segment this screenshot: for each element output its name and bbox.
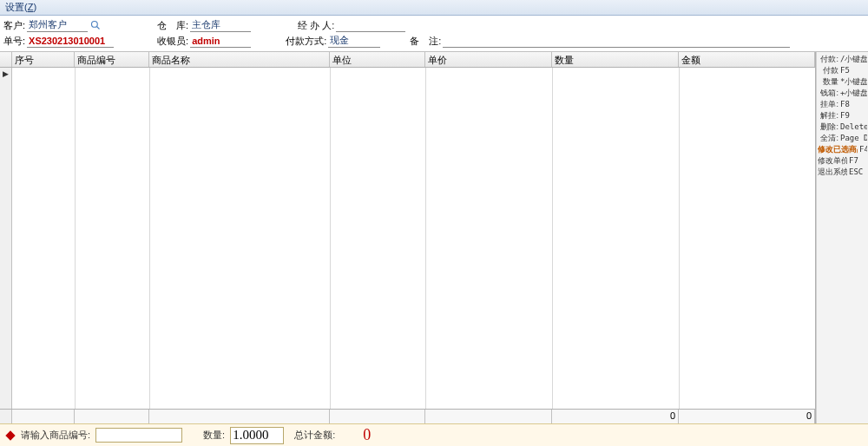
customer-input[interactable] <box>27 19 88 32</box>
row-indicator: ▶ <box>0 68 12 409</box>
code-prompt: 请输入商品编号: <box>21 429 90 442</box>
grid-body[interactable]: ▶ <box>0 68 815 409</box>
grid-header: 序号 商品编号 商品名称 单位 单价 数量 金额 <box>0 52 815 68</box>
grid-footer: 0 0 <box>0 409 815 423</box>
data-grid[interactable]: 序号 商品编号 商品名称 单位 单价 数量 金额 ▶ <box>0 52 816 423</box>
customer-label: 客户: <box>3 19 25 32</box>
product-code-input[interactable] <box>95 428 182 443</box>
menubar: 设置(Z) <box>0 0 868 16</box>
total-value: 0 <box>363 426 371 444</box>
qty-label: 数量: <box>203 429 225 442</box>
search-icon[interactable] <box>89 19 102 31</box>
shortcut-row: 修改已选商品数量F4 <box>818 144 867 155</box>
qty-input[interactable] <box>230 427 284 444</box>
menu-settings[interactable]: 设置(Z) <box>5 1 36 14</box>
paytype-label: 付款方式: <box>286 35 326 48</box>
col-code[interactable]: 商品编号 <box>75 52 149 67</box>
remark-input[interactable] <box>443 35 790 48</box>
cashier-input <box>190 35 251 48</box>
shortcut-row: 付款:/小键盘 <box>818 54 867 65</box>
grid-cells[interactable] <box>12 68 815 409</box>
col-seq[interactable]: 序号 <box>12 52 75 67</box>
shortcut-row: 删除:Delete <box>818 121 867 133</box>
warehouse-label: 仓 库: <box>157 19 188 32</box>
form-panel: 客户: 仓 库: 经 办 人: 单号: 收银员: 付款方式: 备 注: <box>0 16 868 52</box>
col-unit[interactable]: 单位 <box>330 52 425 67</box>
bottom-bar: 请输入商品编号: 数量: 总计金额: 0 <box>0 423 868 446</box>
shortcut-row: 修改单价:F7 <box>818 155 867 167</box>
diamond-icon <box>5 430 15 440</box>
warehouse-input[interactable] <box>190 19 251 32</box>
footer-qty-total: 0 <box>552 410 679 423</box>
footer-amount-total: 0 <box>679 410 815 423</box>
svg-point-0 <box>92 22 98 28</box>
handler-label: 经 办 人: <box>298 19 334 32</box>
shortcut-panel: 付款:/小键盘 付款F5 数量*小键盘 钱箱:+小键盘 挂单:F8 解挂:F9 … <box>816 52 868 423</box>
col-name[interactable]: 商品名称 <box>149 52 330 67</box>
docno-label: 单号: <box>3 35 25 48</box>
current-row-arrow-icon: ▶ <box>3 69 9 78</box>
svg-line-1 <box>97 27 100 30</box>
col-amount[interactable]: 金额 <box>679 52 815 67</box>
shortcut-row: 钱箱:+小键盘 <box>818 88 867 99</box>
cashier-label: 收银员: <box>157 35 188 48</box>
col-qty[interactable]: 数量 <box>552 52 679 67</box>
handler-input[interactable] <box>336 19 405 32</box>
shortcut-row: 解挂:F9 <box>818 110 867 121</box>
remark-label: 备 注: <box>410 35 441 48</box>
shortcut-row: 挂单:F8 <box>818 99 867 110</box>
total-label: 总计金额: <box>294 429 335 442</box>
shortcut-row: 全清:Page Down <box>818 133 867 144</box>
col-price[interactable]: 单价 <box>425 52 552 67</box>
shortcut-row: 数量*小键盘 <box>818 76 867 88</box>
docno-input <box>27 35 114 48</box>
shortcut-row: 付款F5 <box>818 65 867 76</box>
shortcut-row: 退出系统:ESC <box>818 167 867 178</box>
paytype-input[interactable] <box>328 35 380 48</box>
